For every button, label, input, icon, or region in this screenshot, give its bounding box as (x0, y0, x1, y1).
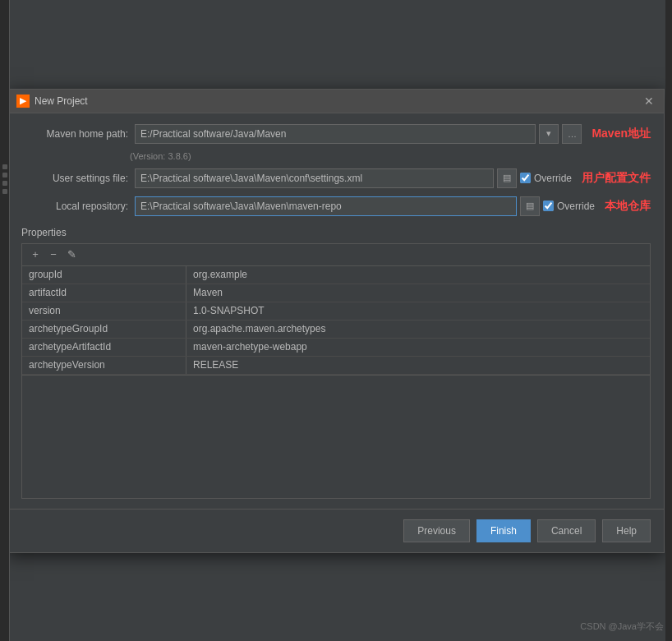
properties-remove-button[interactable]: − (45, 247, 62, 262)
properties-section: Properties + − ✎ groupIdorg.exampleartif… (21, 227, 651, 499)
user-settings-override-group: Override (520, 173, 572, 184)
user-settings-input-group: ▤ Override 用户配置文件 (135, 168, 651, 188)
local-repo-browse[interactable]: ▤ (520, 196, 540, 216)
finish-button[interactable]: Finish (476, 519, 531, 542)
sidebar-indicator (2, 173, 7, 178)
table-cell-key: archetypeGroupId (22, 320, 186, 338)
maven-home-annotation: Maven地址 (591, 127, 651, 141)
new-project-dialog: ▶ New Project ✕ Maven home path: ▾ … Mav… (7, 89, 665, 553)
user-settings-annotation: 用户配置文件 (582, 171, 651, 186)
maven-home-dropdown[interactable]: ▾ (539, 124, 559, 144)
table-cell-key: archetypeArtifactId (22, 339, 186, 356)
table-cell-value: org.example (186, 266, 650, 284)
dialog-body: Maven home path: ▾ … Maven地址 (Version: 3… (8, 113, 664, 509)
title-bar-left: ▶ New Project (16, 95, 88, 108)
table-cell-value: Maven (186, 284, 650, 302)
table-cell-key: groupId (22, 266, 186, 284)
sidebar-indicator (2, 181, 7, 186)
table-row: archetypeGroupIdorg.apache.maven.archety… (22, 320, 650, 339)
user-settings-browse[interactable]: ▤ (497, 168, 517, 188)
title-bar: ▶ New Project ✕ (8, 90, 664, 113)
table-cell-key: archetypeVersion (22, 357, 186, 374)
maven-home-browse[interactable]: … (562, 124, 582, 144)
table-cell-value: 1.0-SNAPSHOT (186, 302, 650, 320)
cancel-button[interactable]: Cancel (537, 519, 596, 542)
maven-version: (Version: 3.8.6) (130, 151, 651, 161)
properties-toolbar: + − ✎ (21, 243, 651, 265)
local-repo-annotation: 本地仓库 (605, 199, 651, 214)
local-repo-input[interactable] (135, 196, 517, 216)
properties-label: Properties (21, 227, 651, 238)
table-row: archetypeVersionRELEASE (22, 357, 650, 375)
dialog-title: New Project (35, 95, 88, 107)
table-row: version1.0-SNAPSHOT (22, 302, 650, 320)
sidebar-indicator (2, 189, 7, 194)
local-repo-label: Local repository: (21, 201, 128, 212)
maven-home-row: Maven home path: ▾ … Maven地址 (21, 123, 651, 145)
previous-button[interactable]: Previous (403, 519, 470, 542)
local-repo-override-checkbox[interactable] (543, 201, 554, 211)
user-settings-row: User settings file: ▤ Override 用户配置文件 (21, 168, 651, 189)
left-sidebar (0, 0, 10, 641)
table-row: groupIdorg.example (22, 266, 650, 284)
table-cell-key: artifactId (22, 284, 186, 302)
maven-home-label: Maven home path: (21, 128, 128, 140)
user-settings-input[interactable] (135, 168, 494, 188)
watermark: CSDN @Java学不会 (580, 620, 664, 633)
close-button[interactable]: ✕ (642, 95, 656, 108)
table-cell-value: maven-archetype-webapp (186, 339, 650, 356)
table-row: artifactIdMaven (22, 284, 650, 302)
user-settings-label: User settings file: (21, 173, 128, 184)
properties-edit-button[interactable]: ✎ (63, 247, 80, 262)
table-cell-value: org.apache.maven.archetypes (186, 320, 650, 338)
local-repo-row: Local repository: ▤ Override 本地仓库 (21, 196, 651, 217)
local-repo-input-group: ▤ Override 本地仓库 (135, 196, 651, 216)
table-cell-value: RELEASE (186, 357, 650, 374)
properties-table: groupIdorg.exampleartifactIdMavenversion… (21, 265, 651, 376)
local-repo-override-group: Override (543, 201, 595, 212)
right-sidebar (665, 0, 672, 641)
properties-add-button[interactable]: + (27, 247, 44, 262)
properties-empty-area (21, 376, 651, 499)
maven-home-input-group: ▾ … Maven地址 (135, 124, 651, 144)
dialog-footer: Previous Finish Cancel Help (8, 509, 664, 552)
user-settings-override-checkbox[interactable] (520, 173, 531, 183)
user-settings-override-label: Override (534, 173, 572, 184)
local-repo-override-label: Override (557, 201, 595, 212)
table-row: archetypeArtifactIdmaven-archetype-webap… (22, 339, 650, 357)
table-cell-key: version (22, 302, 186, 320)
maven-home-input[interactable] (135, 124, 536, 144)
dialog-icon: ▶ (16, 95, 30, 108)
sidebar-indicator (2, 164, 7, 169)
help-button[interactable]: Help (602, 519, 651, 542)
